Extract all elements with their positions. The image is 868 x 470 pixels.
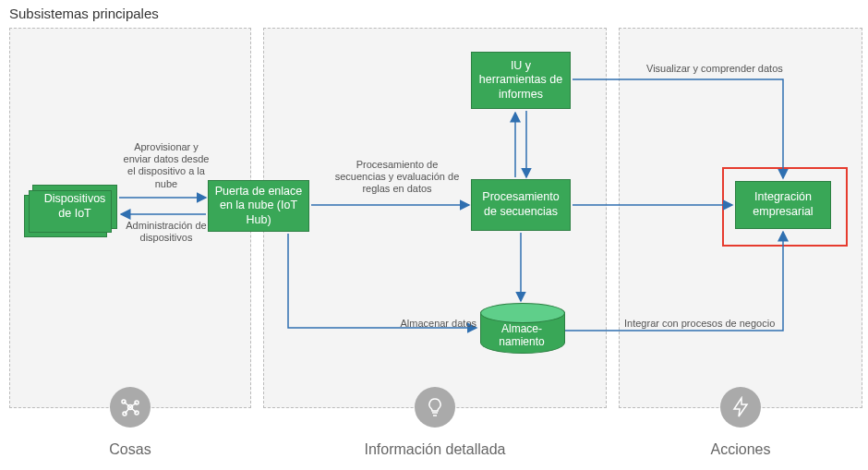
diagram-title: Subsistemas principales: [9, 6, 159, 21]
node-ui: IU y herramientas de informes: [471, 52, 571, 109]
node-storage: Almace- namiento: [480, 303, 563, 358]
edge-integrate: Integrar con procesos de negocio: [624, 318, 790, 330]
edge-manage: Administración de dispositivos: [120, 220, 212, 244]
node-storage-label: Almace- namiento: [480, 323, 563, 349]
node-devices: Dispositivos de IoT: [32, 185, 117, 229]
edge-provision: Aprovisionar y enviar datos desde el dis…: [120, 141, 212, 190]
edge-store: Almacenar datos: [388, 318, 476, 330]
zone-insight-label: Información detallada: [264, 441, 606, 458]
lightbulb-icon: [415, 387, 455, 428]
network-icon: [110, 387, 151, 428]
edge-visualize: Visualizar y comprender datos: [646, 63, 803, 75]
node-stream: Procesamiento de secuencias: [471, 179, 571, 231]
node-biz: Integración empresarial: [735, 181, 831, 229]
node-gateway: Puerta de enlace en la nube (IoT Hub): [208, 180, 309, 232]
zone-things-label: Cosas: [10, 441, 250, 458]
diagram-canvas: Subsistemas principales Cosas Informació…: [0, 0, 868, 470]
lightning-icon: [720, 387, 761, 428]
edge-rules: Procesamiento de secuencias y evaluación…: [332, 159, 462, 196]
zone-actions-label: Acciones: [620, 441, 862, 458]
